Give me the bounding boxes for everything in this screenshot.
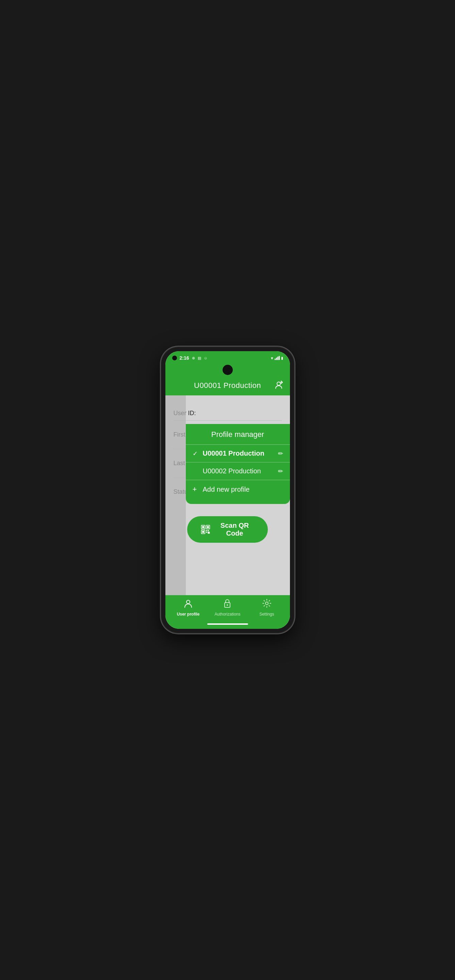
add-profile-item[interactable]: + Add new profile — [186, 480, 290, 498]
user-id-row: User ID: — [173, 402, 282, 420]
signal-bar-1 — [275, 359, 276, 360]
profile-item-2[interactable]: U00002 Production ✏ — [186, 462, 290, 480]
profile-2-label: U00002 Production — [203, 467, 278, 475]
svg-rect-4 — [207, 526, 209, 528]
emoji-icon: ☺ — [204, 356, 208, 360]
profile-1-label: U00001 Production — [203, 450, 278, 457]
location-icon: ⊕ — [192, 356, 195, 360]
authorizations-icon — [223, 598, 232, 611]
user-profile-icon — [183, 598, 193, 611]
main-content: Profile manager ✓ U00001 Production ✏ U0… — [165, 395, 290, 595]
svg-point-13 — [227, 605, 228, 606]
scan-button-area: Scan QR Code — [173, 506, 282, 550]
svg-rect-2 — [202, 526, 204, 528]
settings-icon — [262, 598, 272, 611]
home-indicator — [207, 624, 248, 625]
signal-bar-4 — [279, 356, 280, 360]
status-bar-left: 2:16 ⊕ ▤ ☺ — [172, 355, 208, 361]
svg-rect-10 — [208, 532, 210, 534]
status-bar: 2:16 ⊕ ▤ ☺ ▾ ▮ — [165, 351, 290, 363]
bottom-nav: User profile Authorizations — [165, 595, 290, 624]
status-icons-right: ▾ ▮ — [271, 356, 283, 361]
sim-icon: ▤ — [198, 356, 201, 360]
no-check-spacer — [192, 468, 199, 475]
profile-item-1[interactable]: ✓ U00001 Production ✏ — [186, 444, 290, 462]
phone-frame: 2:16 ⊕ ▤ ☺ ▾ ▮ U00001 Production — [161, 347, 294, 633]
app-header: U00001 Production — [165, 376, 290, 395]
nav-label-authorizations: Authorizations — [215, 612, 240, 617]
camera-notch-area — [165, 363, 290, 376]
scan-qr-button[interactable]: Scan QR Code — [187, 516, 267, 543]
home-indicator-area — [165, 624, 290, 629]
header-title: U00001 Production — [194, 381, 261, 390]
svg-rect-9 — [206, 532, 207, 533]
add-profile-label: Add new profile — [203, 485, 283, 493]
camera-hole — [172, 356, 177, 360]
status-time: 2:16 — [180, 355, 189, 361]
signal-bar-3 — [277, 356, 278, 360]
add-icon: + — [192, 485, 199, 494]
signal-bars — [275, 356, 280, 360]
scan-button-label: Scan QR Code — [215, 522, 254, 537]
phone-screen: 2:16 ⊕ ▤ ☺ ▾ ▮ U00001 Production — [165, 351, 290, 629]
svg-rect-8 — [208, 530, 209, 531]
signal-bar-2 — [276, 358, 277, 360]
battery-icon: ▮ — [281, 356, 283, 360]
svg-point-11 — [186, 600, 190, 604]
profile-switch-button[interactable] — [274, 380, 284, 392]
wifi-icon: ▾ — [271, 356, 273, 361]
content-overlay — [165, 395, 186, 595]
svg-rect-7 — [206, 530, 207, 531]
nav-label-user-profile: User profile — [177, 612, 200, 617]
nav-item-settings[interactable]: Settings — [247, 598, 286, 617]
edit-profile-2-icon[interactable]: ✏ — [278, 468, 283, 475]
svg-rect-6 — [202, 531, 204, 533]
nav-label-settings: Settings — [259, 612, 274, 617]
nav-item-user-profile[interactable]: User profile — [169, 598, 208, 617]
nav-item-authorizations[interactable]: Authorizations — [208, 598, 247, 617]
svg-point-14 — [266, 602, 268, 605]
edit-profile-1-icon[interactable]: ✏ — [278, 450, 283, 457]
dropdown-title: Profile manager — [186, 424, 290, 444]
front-camera — [223, 365, 233, 375]
profile-dropdown: Profile manager ✓ U00001 Production ✏ U0… — [186, 424, 290, 504]
check-icon: ✓ — [192, 450, 199, 457]
qr-code-icon — [201, 524, 210, 535]
